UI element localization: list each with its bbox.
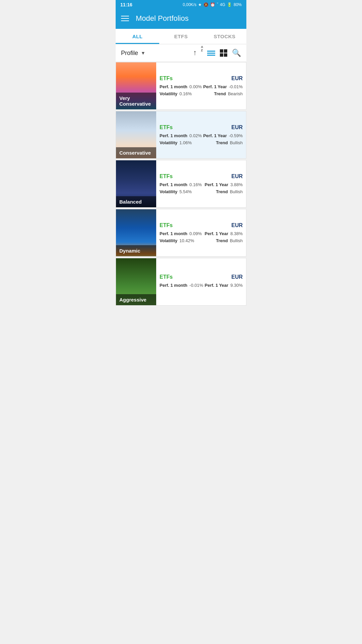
- battery-percent: 80%: [234, 2, 242, 7]
- currency-label-aggressive: EUR: [231, 274, 243, 280]
- tab-stocks[interactable]: STOCKS: [203, 29, 246, 44]
- volatility-conservative: Volatility 1.06%: [160, 140, 192, 145]
- etf-label-aggressive: ETFs: [160, 274, 173, 280]
- portfolio-name-conservative: Conservative: [116, 147, 156, 158]
- vol-trend-row-dynamic: Volatility 10.42% Trend Bullish: [160, 238, 243, 243]
- portfolio-list: Very ConservativeETFsEUR Perf. 1 month 0…: [116, 62, 246, 306]
- portfolio-header-aggressive: ETFsEUR: [160, 274, 243, 280]
- app-header: Model Portfolios: [116, 9, 246, 29]
- perf-row-aggressive: Perf. 1 month -0.01% Perf. 1 Year 9.30%: [160, 283, 243, 288]
- signal-icon: ˇ: [217, 2, 218, 7]
- etf-label-conservative: ETFs: [160, 124, 173, 130]
- vol-trend-row-very-conservative: Volatility 0.16% Trend Bearish: [160, 91, 243, 96]
- currency-label-conservative: EUR: [231, 124, 243, 130]
- profile-dropdown[interactable]: Profile ▼: [121, 50, 188, 57]
- tab-bar: ALL ETFS STOCKS: [116, 29, 246, 44]
- time: 11:16: [120, 2, 132, 7]
- perf1year-very-conservative: Perf. 1 Year -0.01%: [203, 84, 243, 89]
- etf-label-balanced: ETFs: [160, 173, 173, 179]
- portfolio-header-dynamic: ETFsEUR: [160, 222, 243, 228]
- portfolio-thumb-dynamic: Dynamic: [116, 209, 156, 256]
- toolbar: Profile ▼ ↑ A Z 🔍: [116, 44, 246, 62]
- trend-balanced: Trend Bullish: [216, 189, 243, 194]
- portfolio-thumb-conservative: Conservative: [116, 111, 156, 158]
- currency-label-dynamic: EUR: [231, 222, 243, 228]
- grid-view-button[interactable]: [220, 49, 227, 57]
- status-bar: 11:16 0,00K/s ★ 🔕 ⏰ ˇ 4G 🔋 80%: [116, 0, 246, 9]
- currency-label-balanced: EUR: [231, 173, 243, 179]
- vol-trend-row-balanced: Volatility 5.54% Trend Bullish: [160, 189, 243, 194]
- volatility-balanced: Volatility 5.54%: [160, 189, 192, 194]
- tab-all[interactable]: ALL: [116, 29, 159, 44]
- sort-letter-z: Z: [201, 49, 203, 52]
- mute-icon: 🔕: [203, 2, 208, 7]
- toolbar-icons: ↑ A Z 🔍: [193, 48, 241, 58]
- perf-row-dynamic: Perf. 1 month 0.09% Perf. 1 Year 8.38%: [160, 231, 243, 236]
- trend-dynamic: Trend Bullish: [216, 238, 243, 243]
- portfolio-thumb-balanced: Balanced: [116, 160, 156, 207]
- page-title: Model Portfolios: [136, 14, 189, 23]
- portfolio-name-aggressive: Aggressive: [116, 294, 156, 305]
- status-icons: 0,00K/s ★ 🔕 ⏰ ˇ 4G 🔋 80%: [183, 2, 242, 7]
- perf1month-conservative: Perf. 1 month 0.02%: [160, 133, 202, 138]
- search-button[interactable]: 🔍: [232, 49, 241, 57]
- portfolio-data-dynamic: ETFsEUR Perf. 1 month 0.09% Perf. 1 Year…: [156, 209, 246, 256]
- tab-etfs[interactable]: ETFS: [159, 29, 203, 44]
- trend-conservative: Trend Bullish: [216, 140, 243, 145]
- etf-label-dynamic: ETFs: [160, 222, 173, 228]
- portfolio-header-conservative: ETFsEUR: [160, 124, 243, 130]
- etf-label-very-conservative: ETFs: [160, 75, 173, 82]
- portfolio-data-conservative: ETFsEUR Perf. 1 month 0.02% Perf. 1 Year…: [156, 111, 246, 158]
- perf1month-aggressive: Perf. 1 month -0.01%: [160, 283, 203, 288]
- perf1year-balanced: Perf. 1 Year 3.88%: [205, 182, 243, 187]
- profile-label: Profile: [121, 50, 138, 57]
- portfolio-thumb-very-conservative: Very Conservative: [116, 62, 156, 109]
- perf1month-dynamic: Perf. 1 month 0.09%: [160, 231, 202, 236]
- chevron-down-icon: ▼: [141, 50, 145, 56]
- portfolio-thumb-aggressive: Aggressive: [116, 258, 156, 305]
- perf-row-very-conservative: Perf. 1 month 0.00% Perf. 1 Year -0.01%: [160, 84, 243, 89]
- list-view-button[interactable]: [207, 51, 215, 56]
- vol-trend-row-conservative: Volatility 1.06% Trend Bullish: [160, 140, 243, 145]
- portfolio-item-balanced[interactable]: BalancedETFsEUR Perf. 1 month 0.16% Perf…: [116, 160, 246, 208]
- perf1month-balanced: Perf. 1 month 0.16%: [160, 182, 202, 187]
- network-speed: 0,00K/s: [183, 2, 196, 7]
- portfolio-header-balanced: ETFsEUR: [160, 173, 243, 179]
- network-type: 4G: [220, 2, 225, 7]
- portfolio-item-aggressive[interactable]: AggressiveETFsEUR Perf. 1 month -0.01% P…: [116, 258, 246, 306]
- portfolio-item-dynamic[interactable]: DynamicETFsEUR Perf. 1 month 0.09% Perf.…: [116, 209, 246, 257]
- trend-very-conservative: Trend Bearish: [214, 91, 243, 96]
- portfolio-name-dynamic: Dynamic: [116, 245, 156, 256]
- portfolio-data-aggressive: ETFsEUR Perf. 1 month -0.01% Perf. 1 Yea…: [156, 258, 246, 305]
- portfolio-data-balanced: ETFsEUR Perf. 1 month 0.16% Perf. 1 Year…: [156, 160, 246, 207]
- perf1year-dynamic: Perf. 1 Year 8.38%: [205, 231, 243, 236]
- portfolio-item-conservative[interactable]: ConservativeETFsEUR Perf. 1 month 0.02% …: [116, 111, 246, 159]
- volatility-very-conservative: Volatility 0.16%: [160, 91, 192, 96]
- sort-az-button[interactable]: ↑ A Z: [193, 48, 202, 58]
- perf-row-balanced: Perf. 1 month 0.16% Perf. 1 Year 3.88%: [160, 182, 243, 187]
- menu-button[interactable]: [121, 16, 129, 21]
- portfolio-name-balanced: Balanced: [116, 196, 156, 207]
- portfolio-item-very-conservative[interactable]: Very ConservativeETFsEUR Perf. 1 month 0…: [116, 62, 246, 110]
- alarm-icon: ⏰: [210, 2, 215, 7]
- perf-row-conservative: Perf. 1 month 0.02% Perf. 1 Year -0.59%: [160, 133, 243, 138]
- bluetooth-icon: ★: [198, 2, 202, 7]
- perf1year-aggressive: Perf. 1 Year 9.30%: [205, 283, 243, 288]
- portfolio-header-very-conservative: ETFsEUR: [160, 75, 243, 82]
- battery-icon: 🔋: [227, 2, 232, 7]
- portfolio-name-very-conservative: Very Conservative: [116, 93, 156, 109]
- portfolio-data-very-conservative: ETFsEUR Perf. 1 month 0.00% Perf. 1 Year…: [156, 62, 246, 109]
- perf1month-very-conservative: Perf. 1 month 0.00%: [160, 84, 202, 89]
- currency-label-very-conservative: EUR: [231, 75, 243, 82]
- perf1year-conservative: Perf. 1 Year -0.59%: [203, 133, 243, 138]
- volatility-dynamic: Volatility 10.42%: [160, 238, 194, 243]
